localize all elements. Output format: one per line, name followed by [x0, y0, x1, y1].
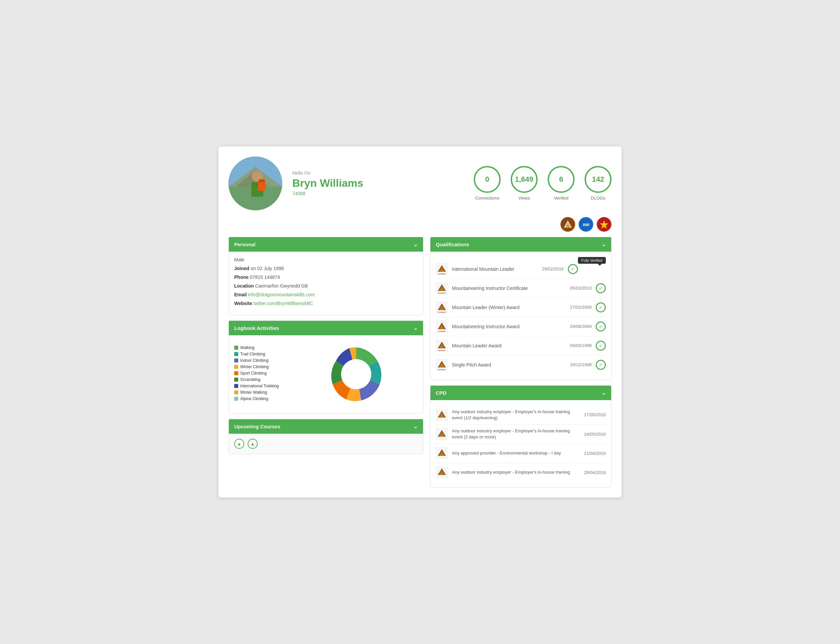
qualification-status: ✓ [596, 360, 606, 370]
mountain-training-logo-small: MOUNTAIN [436, 320, 448, 333]
website-link[interactable]: twitter.com/BrynWilliamsMIC [253, 301, 313, 306]
gender-value: Male [234, 257, 244, 262]
legend-list: Walking Trad Climbing Indoor Climbing Wi… [234, 345, 288, 403]
qualification-row: MOUNTAIN Mountaineering Instructor Award… [436, 317, 606, 336]
qualification-status: ✓ [596, 283, 606, 293]
cpd-description: Any outdoor industry employer - Employer… [452, 469, 580, 475]
qualifications-chevron: ⌄ [602, 241, 606, 248]
legend-item: International Trekking [234, 384, 288, 388]
check-icon: ✓ [599, 362, 603, 368]
stat-circle-ring: 142 [585, 166, 612, 193]
svg-rect-8 [259, 179, 265, 182]
right-column: Qualifications ⌄ Fully Verified MOUNTAIN [430, 237, 612, 488]
legend-label: Winter Climbing [240, 365, 269, 369]
cpd-date: 29/04/2016 [584, 470, 606, 475]
legend-dot [234, 390, 238, 394]
qualification-row: MOUNTAIN International Mountain Leader 2… [436, 260, 578, 279]
stat-dlogs: 142 DLOGs [585, 166, 612, 200]
prev-button[interactable]: ▲ [234, 439, 244, 449]
cpd-title: CPD [436, 390, 447, 396]
legend-dot [234, 384, 238, 388]
qualification-date: 29/02/2016 [542, 266, 564, 271]
qualifications-panel-body: Fully Verified MOUNTAIN International Mo… [431, 251, 611, 380]
logbook-panel-header[interactable]: Logbook Activities ⌄ [229, 321, 423, 335]
next-button[interactable]: ▲ [248, 439, 258, 449]
legend-item: Indoor Climbing [234, 358, 288, 363]
svg-text:MOUNTAIN: MOUNTAIN [438, 350, 445, 352]
qualification-row: MOUNTAIN Mountain Leader Award 09/04/199… [436, 336, 606, 355]
mountain-training-logo-small: MOUNTAIN [436, 282, 448, 294]
qualification-status: ✓ [596, 322, 606, 332]
legend-dot [234, 346, 238, 350]
qualifications-list: MOUNTAIN International Mountain Leader 2… [436, 260, 606, 374]
upcoming-arrows: ▲ ▲ [234, 439, 258, 449]
legend-item: Walking [234, 345, 288, 350]
upcoming-title: Upcoming Courses [234, 424, 281, 429]
qualification-row: MOUNTAIN Single Pitch Award 10/12/1998 ✓ [436, 355, 606, 374]
mountain-training-logo-small: MOUNTAIN [436, 301, 448, 314]
profile-name: Bryn Williams [292, 177, 474, 189]
legend-label: Indoor Climbing [240, 358, 268, 363]
profile-info: Hello I'm Bryn Williams 74088 [292, 170, 474, 196]
email-link[interactable]: info@dragonmountainskills.com [248, 292, 315, 297]
upcoming-panel-header[interactable]: Upcoming Courses ⌄ [229, 419, 423, 434]
cpd-row: Any approved provider - Environmental wo… [436, 444, 606, 463]
joined-value: on 02 July 1998 [251, 266, 284, 271]
upcoming-panel: Upcoming Courses ⌄ ▲ ▲ [228, 419, 423, 454]
personal-panel-header[interactable]: Personal ⌄ [229, 237, 423, 251]
qualifications-panel: Qualifications ⌄ Fully Verified MOUNTAIN [430, 237, 612, 380]
location-item: Location Caernarfon Gwynedd GB [234, 283, 418, 289]
legend-item: Alpine Climbing [234, 396, 288, 401]
left-column: Personal ⌄ Male Joined on 02 July 1998 P… [228, 237, 423, 488]
cpd-panel-header[interactable]: CPD ⌄ [431, 386, 611, 400]
joined-item: Joined on 02 July 1998 [234, 266, 418, 271]
cpd-chevron: ⌄ [602, 390, 606, 396]
qualification-date: 05/03/2013 [570, 286, 592, 291]
legend-item: Sport Climbing [234, 371, 288, 376]
mountain-training-logo [561, 217, 575, 232]
upcoming-panel-body: ▲ ▲ [229, 434, 423, 454]
svg-text:MOUNTAIN: MOUNTAIN [438, 311, 445, 313]
svg-point-17 [341, 359, 371, 389]
phone-item: Phone 07815 144874 [234, 274, 418, 280]
email-label: Email [234, 292, 247, 297]
legend-label: Alpine Climbing [240, 396, 268, 401]
stat-verified: 6 Verified [548, 166, 575, 200]
legend-dot [234, 378, 238, 382]
star-logo [597, 217, 612, 232]
qualification-name: Mountaineering Instructor Award [452, 324, 566, 329]
website-item: Website twitter.com/BrynWilliamsMIC [234, 301, 418, 306]
stat-label: Verified [554, 196, 568, 200]
legend-label: Trad Climbing [240, 352, 265, 356]
svg-text:MOUNTAIN: MOUNTAIN [438, 369, 445, 371]
qualifications-panel-header[interactable]: Qualifications ⌄ [431, 237, 611, 251]
stat-circle-ring: 1,649 [511, 166, 538, 193]
cpd-list: Any outdoor industry employer - Employer… [436, 406, 606, 482]
logbook-body: Walking Trad Climbing Indoor Climbing Wi… [234, 341, 418, 408]
profile-id: 74088 [292, 191, 474, 196]
upcoming-chevron: ⌄ [413, 423, 418, 430]
mountain-training-logo-cpd [436, 447, 448, 459]
location-text: Caernarfon Gwynedd GB [255, 283, 308, 289]
legend-dot [234, 371, 238, 375]
hello-text: Hello I'm [292, 170, 474, 176]
check-icon: ✓ [599, 324, 603, 329]
ami-logo: AMI [579, 217, 593, 232]
stat-label: DLOGs [591, 196, 605, 200]
qualification-status: ✓ [596, 302, 606, 312]
cpd-description: Any outdoor industry employer - Employer… [452, 409, 580, 421]
check-icon: ✓ [599, 305, 603, 310]
legend-dot [234, 397, 238, 401]
cpd-date: 17/05/2016 [584, 412, 606, 417]
phone-number: 07815 144874 [250, 274, 280, 280]
cpd-row: Any outdoor industry employer - Employer… [436, 406, 606, 425]
legend-label: International Trekking [240, 384, 279, 388]
location-label: Location [234, 283, 254, 289]
org-logos: AMI [228, 217, 612, 232]
qualification-name: Mountain Leader (Winter) Award [452, 305, 566, 310]
legend-label: Winter Walking [240, 390, 267, 395]
qualification-name: International Mountain Leader [452, 266, 538, 272]
qualification-date: 29/08/2004 [570, 324, 592, 329]
qualification-name: Mountaineering Instructor Certificate [452, 286, 566, 291]
legend-label: Sport Climbing [240, 371, 267, 376]
